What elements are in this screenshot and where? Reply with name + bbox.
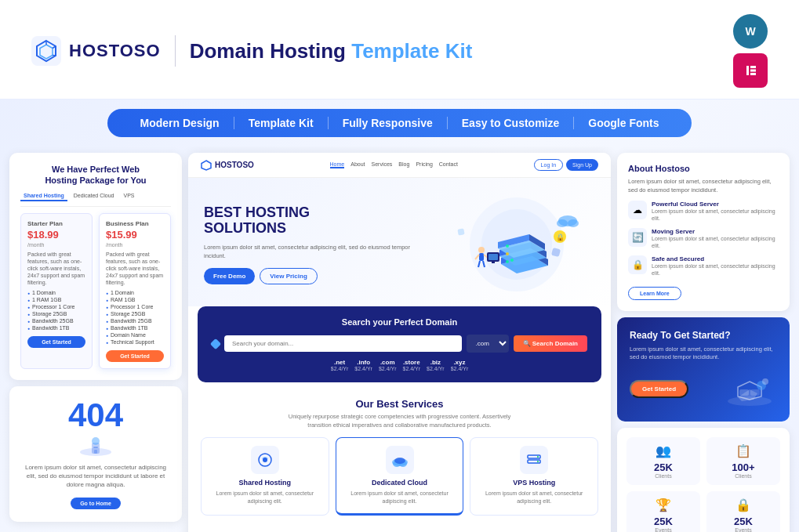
grants-num: 100+ (713, 461, 774, 473)
ds-title: Search your Perfect Domain (212, 317, 587, 327)
svg-text:🔒: 🔒 (556, 233, 565, 242)
vps-name: VPS Hosting (477, 479, 591, 487)
svc-vps: VPS Hosting Lorem ipsum dolor sit amet, … (470, 437, 598, 516)
snl-blog[interactable]: Blog (398, 161, 409, 168)
services-section: Our Best Services Uniquely repurpose str… (188, 390, 611, 523)
clients1-num: 25K (633, 461, 694, 473)
logo-text: HOSTOSO (69, 41, 161, 61)
nav-pills: Modern Design Template Kit Fully Respons… (107, 109, 692, 137)
events1-num: 25K (633, 516, 694, 527)
ptab-dedicated[interactable]: Dedicated Cloud (71, 191, 118, 201)
cta-illustration (722, 370, 777, 409)
starter-f2: 1 RAM 1GB (27, 296, 85, 303)
services-sub: Uniquely repurpose strategic core compet… (201, 413, 598, 429)
hero-pricing-btn[interactable]: View Pricing (260, 268, 317, 284)
svg-rect-16 (93, 447, 98, 448)
svg-rect-65 (739, 389, 749, 396)
badges-right: W (733, 14, 768, 88)
cta-btn[interactable]: Get Started (630, 380, 688, 398)
ds-tlds: .net$2.4/Yr .info$2.4/Yr .com$2.4/Yr .st… (212, 359, 587, 371)
starter-f6: Bandwidth 1TB (27, 324, 85, 331)
stats-card: 👥 25K Clients 📋 100+ Clients 🏆 25K Event… (617, 428, 790, 532)
header: HOSTOSO Domain Hosting Template Kit W (0, 0, 799, 100)
feature-cloud: ☁ Powerful Cloud Server Lorem ipsum dolo… (628, 201, 779, 222)
svg-rect-12 (750, 73, 756, 75)
business-btn[interactable]: Get Started (106, 350, 164, 362)
cloud-name: Dedicated Cloud (343, 479, 457, 487)
svg-rect-9 (746, 66, 749, 75)
svg-rect-42 (492, 262, 495, 263)
cloud-desc: Lorem ipsum dolor sit amet, consectetur … (343, 490, 457, 505)
pill-easy-customize[interactable]: Easy to Customize (448, 117, 574, 129)
business-f4: Storage 25GB (106, 310, 164, 317)
ptab-vps[interactable]: VPS (121, 191, 138, 201)
ds-row: .com .net .org 🔍 Search Domain (212, 335, 587, 353)
snl-services[interactable]: Services (372, 161, 393, 168)
error-btn[interactable]: Go to Home (71, 498, 121, 509)
about-card: About Hostoso Lorem ipsum dolor sit amet… (617, 153, 790, 311)
feature-secure: 🔒 Safe and Secured Lorem ipsum dolor sit… (628, 255, 779, 277)
business-price: $15.99 (106, 229, 164, 241)
svg-point-32 (506, 252, 509, 255)
feat-moving-desc: Lorem ipsum dolor sit amet, consectetur … (652, 235, 779, 249)
starter-f4: Storage 25GB (27, 310, 85, 317)
hero-text: BEST HOSTINGSOLUTIONS Lorem ipsum dolor … (204, 204, 429, 285)
tld-select[interactable]: .com .net .org (467, 335, 509, 353)
business-f3: Processor 1 Core (106, 303, 164, 310)
business-period: /month (106, 242, 164, 248)
site-logo-text: HOSTOSO (215, 161, 254, 169)
hero-desc: Lorem ipsum dolor sit amet, consectetur … (204, 243, 429, 261)
cta-card: Ready To Get Started? Lorem ipsum dolor … (617, 317, 790, 422)
error-desc: Lorem ipsum dolor sit amet, consectetur … (22, 463, 169, 490)
starter-f3: Processor 1 Core (27, 303, 85, 310)
plan-starter: Starter Plan $18.99 /month Packed with g… (20, 213, 93, 369)
signup-btn[interactable]: Sign Up (566, 159, 598, 171)
svg-point-58 (537, 456, 539, 458)
snl-pricing[interactable]: Pricing (416, 161, 432, 168)
business-desc: Packed with great features, such as one-… (106, 251, 164, 286)
pills-row: Modern Design Template Kit Fully Respons… (0, 100, 799, 147)
feat-cloud-name: Powerful Cloud Server (652, 201, 779, 208)
about-desc: Lorem ipsum dolor sit amet, consectetur … (628, 178, 779, 194)
pill-template-kit[interactable]: Template Kit (234, 117, 329, 129)
business-f8: Technical Support (106, 338, 164, 346)
svg-rect-11 (750, 70, 756, 72)
elementor-badge (733, 53, 768, 88)
snl-contact[interactable]: Contact (439, 161, 458, 168)
snl-home[interactable]: Home (330, 161, 345, 168)
snl-about[interactable]: About (350, 161, 365, 168)
business-name: Business Plan (106, 220, 164, 227)
shared-name: Shared Hosting (208, 479, 322, 487)
cta-desc: Lorem ipsum dolor sit amet, consectetur … (630, 346, 777, 362)
business-f2: RAM 1GB (106, 296, 164, 303)
hero-demo-btn[interactable]: Free Demo (204, 268, 255, 284)
pill-modern-design[interactable]: Modern Design (126, 117, 234, 129)
search-domain-btn[interactable]: 🔍 Search Domain (514, 335, 587, 352)
pill-google-fonts[interactable]: Google Fonts (574, 117, 673, 129)
svg-rect-49 (457, 228, 464, 235)
grants-label: Clients (713, 473, 774, 479)
pill-fully-responsive[interactable]: Fully Responsive (329, 117, 448, 129)
stat-clients1: 👥 25K Clients (626, 437, 700, 485)
hero-section: BEST HOSTINGSOLUTIONS Lorem ipsum dolor … (188, 178, 611, 306)
error-code: 404 (22, 399, 169, 432)
tld-xyz: .xyz$2.4/Yr (451, 359, 469, 371)
domain-search-input[interactable] (224, 335, 462, 352)
feature-moving: 🔄 Moving Server Lorem ipsum dolor sit am… (628, 228, 779, 249)
starter-f5: Bandwidth 25GB (27, 317, 85, 324)
logo-icon (31, 36, 61, 66)
ptab-shared[interactable]: Shared Hosting (20, 191, 67, 201)
stat-grants: 📋 100+ Clients (706, 437, 780, 485)
error-card: 404 Lorem ipsum dolor sit amet, consecte… (9, 386, 182, 522)
login-btn[interactable]: Log In (534, 159, 563, 171)
events2-label: Events (713, 527, 774, 532)
starter-btn[interactable]: Get Started (27, 336, 85, 348)
learn-more-btn[interactable]: Learn More (628, 287, 681, 300)
tld-com: .com$2.4/Yr (379, 359, 397, 371)
secure-icon: 🔒 (628, 255, 647, 274)
stat-events2: 🔒 25K Events (706, 491, 780, 532)
cloud-icon (386, 446, 414, 474)
stats-grid: 👥 25K Clients 📋 100+ Clients 🏆 25K Event… (626, 437, 780, 532)
starter-desc: Packed with great features, such as one-… (27, 251, 85, 286)
svg-rect-66 (750, 389, 760, 396)
